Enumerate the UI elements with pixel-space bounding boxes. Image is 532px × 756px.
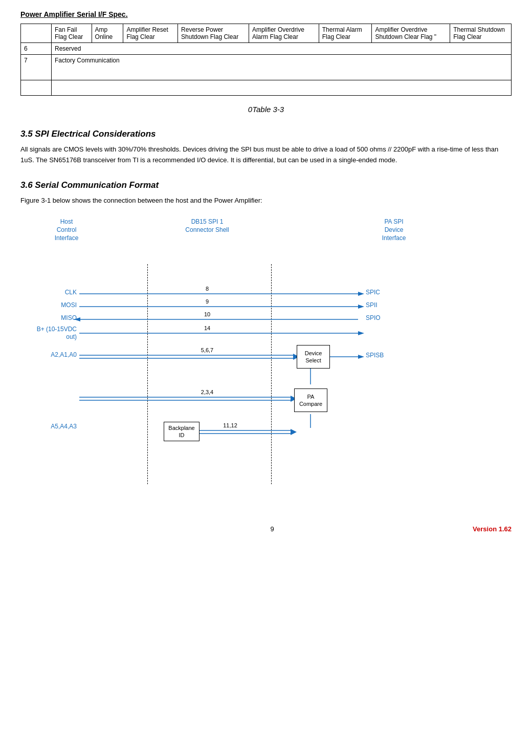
miso-label: MISO <box>36 314 77 322</box>
svg-marker-2 <box>358 292 364 296</box>
pa-compare-box: PACompare <box>294 388 327 412</box>
a2a1a0-label: A2,A1,A0 <box>36 351 77 359</box>
mosi-label: MOSI <box>36 301 77 310</box>
col-header-overdrive-shutdown: Amplifier Overdrive Shutdown Clear Flag … <box>372 24 450 43</box>
table-row: 7 Factory Communication <box>21 55 512 80</box>
diagram-svg: 8 9 10 14 5,6,7 2,3,4 <box>20 218 512 505</box>
col-header-fan: Fan Fail Flag Clear <box>52 24 92 43</box>
svg-text:5,6,7: 5,6,7 <box>201 347 213 353</box>
svg-marker-23 <box>358 355 364 359</box>
table-caption: 0Table 3-3 <box>20 105 512 114</box>
section-35-body: All signals are CMOS levels with 30%/70%… <box>20 144 512 166</box>
diagram-container: HostControlInterface DB15 SPI 1Connector… <box>20 218 512 505</box>
spio-label: SPIO <box>366 314 396 322</box>
section-36-intro: Figure 3-1 below shows the connection be… <box>20 196 512 206</box>
section-36-heading: 3.6 Serial Communication Format <box>20 180 512 190</box>
clk-label: CLK <box>36 289 77 297</box>
col-header-reset: Amplifier Reset Flag Clear <box>123 24 178 43</box>
page-footer: 9 Version 1.62 <box>20 525 512 533</box>
svg-text:9: 9 <box>206 298 209 305</box>
page-title: Power Amplifier Serial I/F Spec. <box>20 10 512 18</box>
svg-marker-36 <box>291 429 297 435</box>
device-select-box: DeviceSelect <box>297 345 330 369</box>
svg-text:14: 14 <box>204 325 210 331</box>
col-header-thermal-alarm: Thermal Alarm Flag Clear <box>319 24 372 43</box>
spic-label: SPIC <box>366 289 396 297</box>
bplus-label: B+ (10-15VDCout) <box>26 326 77 340</box>
col-header-overdrive-alarm: Amplifier Overdrive Alarm Flag Clear <box>249 24 319 43</box>
row-num-7: 7 <box>21 55 52 80</box>
col-header-thermal-shutdown: Thermal Shutdown Flag Clear <box>450 24 512 43</box>
spii-label: SPII <box>366 301 396 310</box>
col-header-reverse: Reverse Power Shutdown Flag Clear <box>178 24 249 43</box>
backplane-id-box: BackplaneID <box>164 422 199 441</box>
col-header-0 <box>21 24 52 43</box>
row-num-6: 6 <box>21 43 52 55</box>
svg-text:11,12: 11,12 <box>223 422 237 428</box>
spisb-label: SPISB <box>366 352 396 360</box>
svg-marker-6 <box>358 305 364 309</box>
svg-marker-14 <box>358 331 364 335</box>
row-label-factory: Factory Communication <box>52 55 512 80</box>
spec-table: Fan Fail Flag Clear Amp Online Amplifier… <box>20 24 512 96</box>
version-text: Version 1.62 <box>473 525 512 533</box>
row-empty-content <box>52 80 512 96</box>
a5a4a3-label: A5,A4,A3 <box>36 423 77 431</box>
table-row-empty <box>21 80 512 96</box>
svg-text:10: 10 <box>204 311 210 317</box>
row-label-reserved: Reserved <box>52 43 512 55</box>
col-header-amp: Amp Online <box>92 24 123 43</box>
section-35-heading: 3.5 SPI Electrical Considerations <box>20 129 512 139</box>
table-row: 6 Reserved <box>21 43 512 55</box>
row-empty-num <box>21 80 52 96</box>
page-number: 9 <box>72 525 473 533</box>
svg-text:8: 8 <box>206 286 209 292</box>
svg-text:2,3,4: 2,3,4 <box>201 389 213 395</box>
